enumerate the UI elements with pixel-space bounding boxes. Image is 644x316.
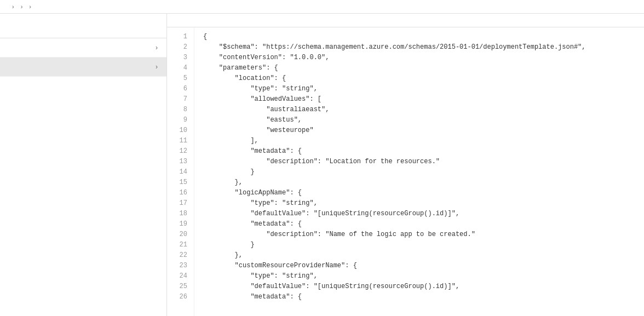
nav-section: › › — [0, 38, 166, 77]
code-line-6: "type": "string", — [203, 84, 635, 94]
code-line-7: "allowedValues": [ — [203, 94, 635, 105]
right-panel-title — [167, 14, 644, 27]
code-line-21: } — [203, 240, 635, 250]
nav-arm-chevron-icon: › — [156, 63, 158, 71]
code-line-13: "description": "Location for the resourc… — [203, 157, 635, 167]
code-line-5: "location": { — [203, 73, 635, 84]
breadcrumb-sep-1: › — [12, 3, 14, 10]
breadcrumb-sep-2: › — [21, 3, 23, 10]
code-line-1: { — [203, 32, 635, 42]
code-line-8: "australiaeast", — [203, 105, 635, 115]
code-line-26: "metadata": { — [203, 292, 635, 302]
code-content: { "$schema": "https://schema.management.… — [194, 27, 644, 316]
main-layout: › › 123456789101112131415161718192021222… — [0, 14, 644, 316]
code-line-2: "$schema": "https://schema.management.az… — [203, 42, 635, 53]
code-line-24: "type": "string", — [203, 271, 635, 281]
code-line-14: } — [203, 167, 635, 177]
breadcrumb: › › › — [0, 0, 644, 14]
code-line-12: "metadata": { — [203, 146, 635, 157]
code-line-16: "logicAppName": { — [203, 188, 635, 198]
code-line-3: "contentVersion": "1.0.0.0", — [203, 53, 635, 63]
code-line-22: }, — [203, 250, 635, 261]
nav-item-arm-template[interactable]: › — [0, 58, 166, 77]
right-panel: 1234567891011121314151617181920212223242… — [167, 14, 644, 316]
code-area[interactable]: 1234567891011121314151617181920212223242… — [167, 27, 644, 316]
code-line-19: "metadata": { — [203, 219, 635, 229]
code-line-17: "type": "string", — [203, 198, 635, 209]
line-numbers: 1234567891011121314151617181920212223242… — [167, 27, 194, 316]
code-line-11: ], — [203, 136, 635, 146]
code-line-25: "defaultValue": "[uniqueString(resourceG… — [203, 281, 635, 292]
left-panel-header — [0, 14, 166, 38]
code-line-15: }, — [203, 177, 635, 188]
code-line-18: "defaultValue": "[uniqueString(resourceG… — [203, 209, 635, 219]
code-line-10: "westeurope" — [203, 125, 635, 136]
left-panel: › › — [0, 14, 167, 316]
nav-item-general[interactable]: › — [0, 38, 166, 58]
nav-general-chevron-icon: › — [156, 44, 158, 51]
code-line-9: "eastus", — [203, 115, 635, 125]
code-line-20: "description": "Name of the logic app to… — [203, 229, 635, 240]
breadcrumb-sep-3: › — [29, 3, 31, 10]
code-line-4: "parameters": { — [203, 63, 635, 73]
code-line-23: "customResourceProviderName": { — [203, 261, 635, 271]
close-button[interactable] — [147, 21, 158, 32]
